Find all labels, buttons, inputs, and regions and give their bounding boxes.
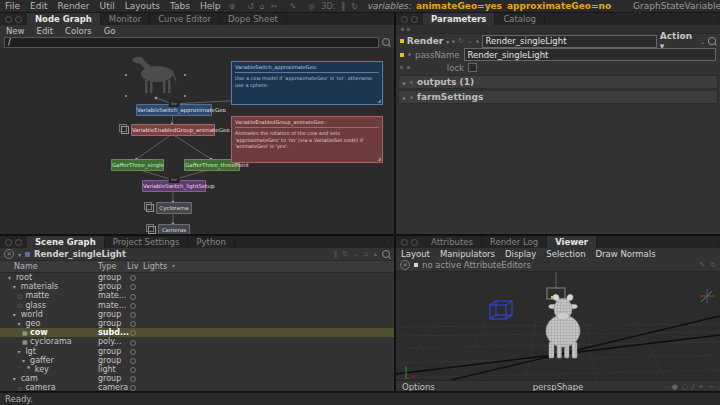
expander-icon[interactable]: ▸	[403, 94, 406, 101]
parameter-group-bar[interactable]: ▸ outputs (1)	[398, 75, 718, 89]
node-icon[interactable]: *	[27, 365, 35, 373]
node-icon[interactable]: ▾	[13, 311, 21, 318]
pane-close-icon[interactable]	[411, 239, 418, 246]
menu-item[interactable]: Help	[195, 1, 226, 11]
tab[interactable]: Monitor	[101, 13, 150, 25]
options-menu[interactable]: Options	[402, 382, 435, 391]
column-type[interactable]: Type	[98, 262, 116, 271]
globe-icon[interactable]: ◎	[305, 2, 318, 11]
scenegraph-row[interactable]: ▾cam group	[0, 374, 394, 383]
node-icon[interactable]: ▾	[13, 283, 21, 290]
scenegraph-row[interactable]: ▦cow subd...	[0, 328, 394, 337]
sync-icon[interactable]: ↻	[710, 261, 716, 269]
menu-item[interactable]: Layouts	[120, 1, 165, 11]
expand-all-icon[interactable]: ⌄	[353, 250, 359, 258]
tab[interactable]: Catalog	[495, 13, 545, 25]
undo-icon[interactable]: ↺	[244, 2, 257, 11]
node-graph-canvas[interactable]: Sphere Var VariableSwitch_approximateGeo…	[0, 48, 394, 234]
node-icon[interactable]: ▦	[22, 338, 30, 345]
lock-checkbox[interactable]	[468, 63, 477, 72]
slash-icon[interactable]: ∕	[692, 383, 694, 391]
node-icon[interactable]: ○	[17, 385, 25, 391]
cut-icon[interactable]: ✂	[268, 2, 281, 11]
scenegraph-row[interactable]: ○glass mate...	[0, 301, 394, 310]
flag-icon[interactable]: ⌂	[364, 250, 368, 258]
cow-wireframe[interactable]	[546, 294, 580, 358]
edit-icon[interactable]: ✎	[287, 2, 300, 11]
live-render-toggle[interactable]	[130, 275, 136, 281]
tab[interactable]: Render Log	[482, 236, 547, 248]
tab[interactable]: Dope Sheet	[220, 13, 287, 25]
chevron-down-icon[interactable]: ▾	[18, 251, 21, 258]
tab[interactable]: Curve Editor	[150, 13, 220, 25]
sticky-note[interactable]: VariableEnabledGroup_animateGeo : Animat…	[231, 116, 383, 163]
node-icon[interactable]: ▾	[17, 348, 25, 355]
pane-close-icon[interactable]	[411, 16, 418, 23]
passname-input[interactable]	[464, 48, 716, 61]
search-icon[interactable]	[382, 250, 390, 258]
column-menu-icon[interactable]: ▾	[172, 262, 175, 269]
live-render-toggle[interactable]	[130, 303, 136, 309]
node-icon[interactable]: ○	[17, 302, 25, 308]
live-render-toggle[interactable]	[130, 340, 136, 346]
node-icon[interactable]: ▾	[8, 274, 16, 281]
live-render-toggle[interactable]	[130, 330, 136, 336]
scenegraph-row[interactable]: ▾materials group	[0, 282, 394, 291]
resize-grip[interactable]	[377, 99, 381, 103]
pause-icon[interactable]: ‖	[338, 2, 348, 11]
viewport-3d[interactable]	[396, 272, 720, 380]
live-render-toggle[interactable]	[130, 321, 136, 327]
scenegraph-row[interactable]: ▾geo group	[0, 319, 394, 328]
pane-float-icon[interactable]	[5, 239, 12, 246]
menu-item[interactable]: Edit	[25, 1, 52, 11]
tab[interactable]: Python	[188, 236, 234, 248]
home-icon[interactable]: ⌂	[257, 2, 268, 11]
refresh-icon[interactable]: ↻	[342, 250, 348, 258]
column-live[interactable]: Liv	[127, 262, 138, 271]
node-option-icon[interactable]	[452, 40, 455, 43]
live-render-toggle[interactable]	[130, 367, 136, 373]
node-name-field[interactable]	[482, 35, 657, 48]
expander-icon[interactable]: ▸	[403, 79, 406, 86]
pane-menu-icon[interactable]: ◦	[386, 15, 394, 23]
pane-menu-icon[interactable]: ◦	[386, 238, 394, 246]
chevron-down-icon[interactable]: ▾	[446, 38, 449, 45]
expand-icon[interactable]: ⌄	[467, 37, 473, 45]
menu-item[interactable]: Colors	[59, 26, 98, 36]
pause-icon[interactable]: ‖	[334, 250, 338, 258]
live-render-toggle[interactable]	[130, 349, 136, 355]
scenegraph-row[interactable]: ▾gaffer group	[0, 356, 394, 365]
graph-state-variable[interactable]: approximateGeo=no	[507, 1, 611, 11]
menu-item[interactable]: Draw Normals	[591, 249, 661, 259]
node-icon[interactable]: ▾	[22, 357, 30, 364]
scenegraph-row[interactable]: ○camera camera	[0, 383, 394, 391]
pane-close-icon[interactable]	[15, 16, 22, 23]
menu-item[interactable]: New	[0, 26, 31, 36]
pane-close-icon[interactable]	[15, 239, 22, 246]
menu-item[interactable]: Util	[95, 1, 120, 11]
scenegraph-row[interactable]: ▦cyclorama poly...	[0, 337, 394, 346]
live-render-toggle[interactable]	[130, 284, 136, 290]
menu-item[interactable]: Manipulators	[435, 249, 500, 259]
pane-menu-icon[interactable]: ◦	[712, 15, 720, 23]
scenegraph-row[interactable]: ▾root group	[0, 273, 394, 282]
menu-item[interactable]: Tabs	[165, 1, 195, 11]
parameter-group-bar[interactable]: ▸ farmSettings	[398, 90, 718, 104]
brush-icon[interactable]: ✎	[699, 261, 705, 269]
search-icon[interactable]	[708, 37, 716, 45]
scenegraph-row[interactable]: ○matte mate...	[0, 291, 394, 300]
tab[interactable]: Node Graph	[27, 13, 101, 25]
scenegraph-row[interactable]: *key light	[0, 365, 394, 374]
menu-item[interactable]: File	[0, 1, 25, 11]
bookmark-icon[interactable]: ▴	[373, 250, 377, 258]
resize-grip[interactable]	[377, 157, 381, 161]
pane-menu-icon[interactable]: ◦	[712, 238, 720, 246]
search-icon[interactable]	[382, 38, 390, 46]
dot-icon[interactable]: ·	[665, 383, 667, 391]
menu-item[interactable]: Layout	[396, 249, 435, 259]
node-icon[interactable]: ▾	[17, 320, 25, 327]
scenegraph-row[interactable]: ▾world group	[0, 310, 394, 319]
menu-item[interactable]: Display	[500, 249, 541, 259]
proxy-cube[interactable]	[490, 301, 512, 319]
param-option-icon[interactable]	[407, 66, 410, 69]
